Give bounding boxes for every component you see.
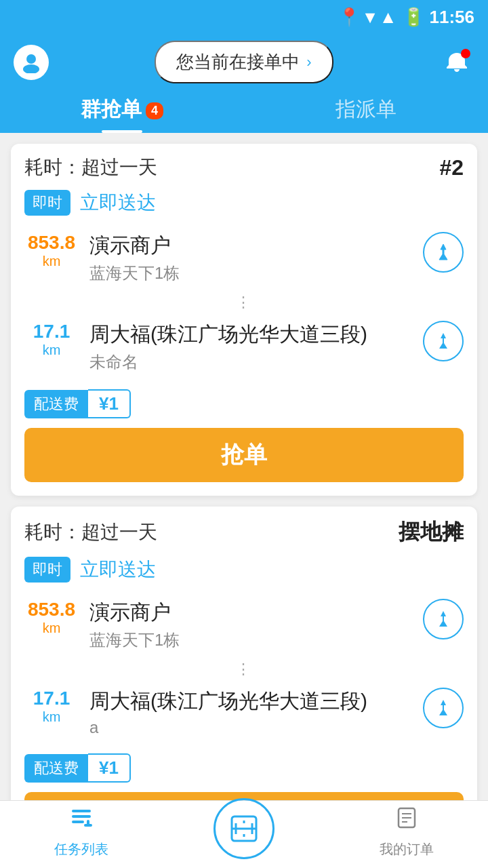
- svg-rect-4: [72, 821, 84, 823]
- wifi-icon: ▾: [365, 7, 374, 28]
- nav-task-list[interactable]: 任务列表: [0, 806, 163, 864]
- to-nav-btn-2[interactable]: [423, 688, 464, 728]
- from-dist-2: 853.8 km: [24, 599, 79, 636]
- tabs-container: 群抢单4 指派单: [0, 83, 488, 133]
- notification-bell[interactable]: [439, 45, 474, 80]
- svg-rect-2: [72, 810, 91, 812]
- battery-icon: 🔋: [403, 7, 424, 28]
- bottom-nav: 任务列表 我的订单: [0, 800, 488, 868]
- delivery-type-2: 立即送达: [80, 557, 156, 583]
- fee-label-2: 配送费: [24, 754, 88, 783]
- to-dist-1: 17.1 km: [24, 321, 79, 358]
- to-row-1: 17.1 km 周大福(珠江广场光华大道三段) 未命名: [24, 314, 464, 380]
- from-info-1: 演示商户 蓝海天下1栋: [89, 232, 412, 284]
- order-time-1: 耗时：超过一天: [24, 155, 157, 180]
- scan-button[interactable]: [214, 798, 274, 859]
- status-text: 您当前在接单中: [176, 50, 300, 74]
- fee-amount-2: ¥1: [88, 753, 131, 783]
- task-list-label: 任务列表: [54, 840, 108, 859]
- time-display: 11:56: [430, 7, 475, 28]
- tab-group-label: 群抢单: [81, 98, 142, 120]
- instant-badge-2: 即时: [24, 557, 70, 583]
- fee-row-1: 配送费 ¥1: [11, 380, 477, 428]
- from-row-2: 853.8 km 演示商户 蓝海天下1栋: [24, 592, 464, 658]
- to-row-2: 17.1 km 周大福(珠江广场光华大道三段) a: [24, 681, 464, 744]
- status-button[interactable]: 您当前在接单中 ›: [155, 41, 333, 83]
- fee-row-2: 配送费 ¥1: [11, 744, 477, 792]
- nav-scan[interactable]: [163, 798, 325, 869]
- fee-amount-1: ¥1: [88, 389, 131, 418]
- route-dots-1: ⋮: [24, 291, 464, 314]
- status-bar: 📍 ▾ ▲ 🔋 11:56: [0, 0, 488, 34]
- route-dots-2: ⋮: [24, 658, 464, 681]
- svg-rect-6: [84, 824, 92, 827]
- route-section-1: 853.8 km 演示商户 蓝海天下1栋 ⋮: [11, 225, 477, 380]
- from-info-2: 演示商户 蓝海天下1栋: [89, 599, 412, 651]
- svg-point-0: [26, 54, 36, 64]
- to-info-1: 周大福(珠江广场光华大道三段) 未命名: [89, 321, 412, 373]
- instant-badge-1: 即时: [24, 190, 70, 216]
- notification-dot: [461, 49, 470, 58]
- from-nav-btn-1[interactable]: [423, 232, 464, 273]
- tab-group-badge: 4: [146, 102, 163, 119]
- to-nav-btn-1[interactable]: [423, 321, 464, 361]
- tab-assigned[interactable]: 指派单: [244, 96, 488, 133]
- order-time-2: 耗时：超过一天: [24, 519, 157, 545]
- from-row-1: 853.8 km 演示商户 蓝海天下1栋: [24, 225, 464, 291]
- card-type-row-2: 即时 立即送达: [11, 554, 477, 592]
- order-id-2: 摆地摊: [399, 517, 464, 547]
- order-id-1: #2: [439, 155, 464, 180]
- from-nav-btn-2[interactable]: [423, 599, 464, 639]
- location-icon: 📍: [338, 7, 360, 28]
- header: 您当前在接单中 ›: [0, 34, 488, 83]
- svg-rect-3: [72, 815, 91, 818]
- delivery-type-1: 立即送达: [80, 190, 156, 216]
- status-arrow: ›: [306, 54, 311, 71]
- tab-assigned-label: 指派单: [336, 98, 396, 120]
- grab-button-1[interactable]: 抢单: [24, 428, 464, 482]
- from-dist-1: 853.8 km: [24, 232, 79, 269]
- svg-point-1: [23, 64, 39, 73]
- avatar[interactable]: [14, 45, 49, 80]
- status-icons: 📍 ▾ ▲ 🔋 11:56: [338, 7, 474, 28]
- card-header-2: 耗时：超过一天 摆地摊: [11, 507, 477, 554]
- tab-group-grab[interactable]: 群抢单4: [0, 96, 244, 133]
- my-orders-icon: [394, 806, 419, 836]
- nav-my-orders[interactable]: 我的订单: [325, 806, 488, 864]
- my-orders-label: 我的订单: [380, 840, 434, 859]
- route-section-2: 853.8 km 演示商户 蓝海天下1栋 ⋮ 17.1: [11, 592, 477, 744]
- fee-label-1: 配送费: [24, 390, 88, 418]
- to-dist-2: 17.1 km: [24, 688, 79, 725]
- task-list-icon: [69, 806, 94, 836]
- card-type-row-1: 即时 立即送达: [11, 187, 477, 225]
- orders-list: 耗时：超过一天 #2 即时 立即送达 853.8 km 演示商户 蓝海天下1栋: [0, 133, 488, 868]
- to-info-2: 周大福(珠江广场光华大道三段) a: [89, 688, 412, 737]
- card-header-1: 耗时：超过一天 #2: [11, 144, 477, 187]
- order-card-1: 耗时：超过一天 #2 即时 立即送达 853.8 km 演示商户 蓝海天下1栋: [11, 144, 477, 496]
- signal-icon: ▲: [380, 7, 397, 28]
